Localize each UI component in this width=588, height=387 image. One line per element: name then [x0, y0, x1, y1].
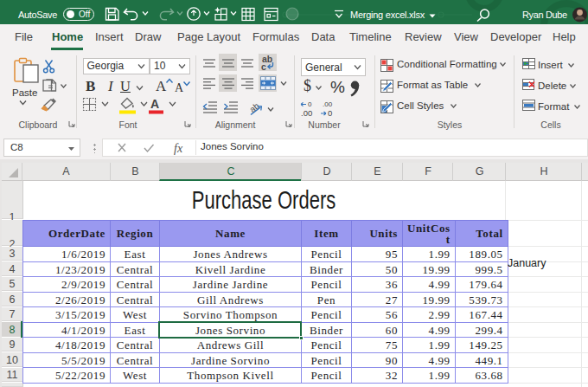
- svg-text:0: 0: [328, 108, 332, 118]
- svg-text:.00: .00: [301, 108, 312, 118]
- svg-text:.00: .00: [323, 100, 333, 108]
- svg-text:A: A: [150, 97, 159, 111]
- svg-text:0: 0: [308, 100, 312, 108]
- svg-text:c: c: [261, 61, 266, 72]
- svg-text:fx: fx: [174, 142, 183, 155]
